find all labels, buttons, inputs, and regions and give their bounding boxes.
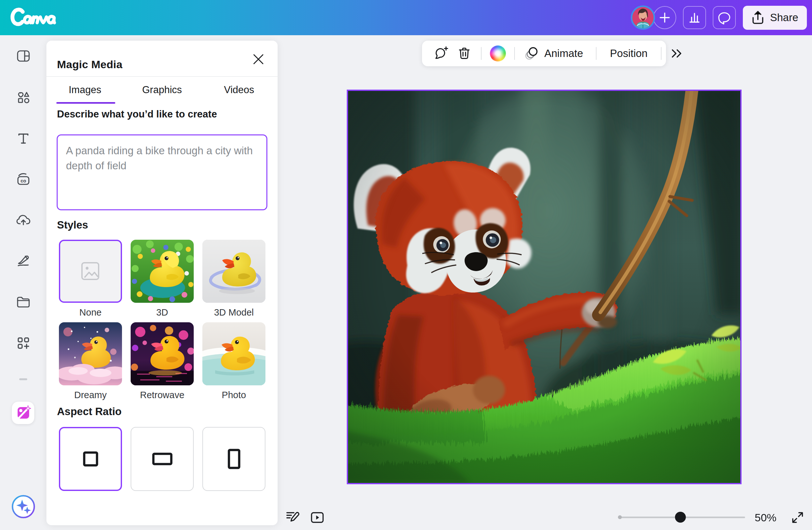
svg-text:co: co [20, 178, 26, 183]
